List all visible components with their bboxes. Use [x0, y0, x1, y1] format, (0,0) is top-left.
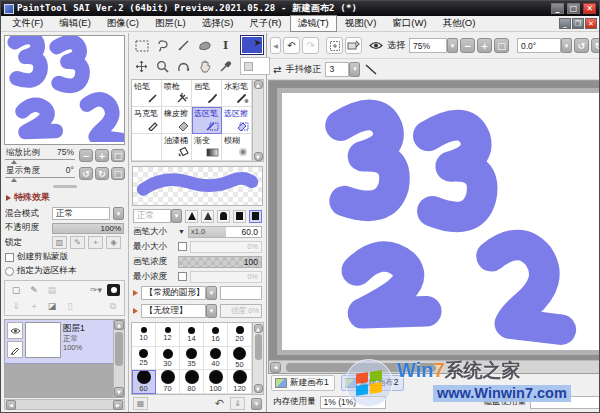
brush-edge-flat-icon[interactable]	[233, 210, 246, 223]
size-120[interactable]: 120	[228, 370, 252, 394]
min-density-field[interactable]: 0%	[190, 271, 262, 283]
rotate-view-tool-icon[interactable]	[173, 56, 194, 77]
zoom-in-button[interactable]: +	[95, 149, 109, 162]
new-layer-icon[interactable]: ▢	[9, 284, 23, 297]
min-density-checkbox[interactable]	[178, 272, 187, 281]
special-effects-header[interactable]: 特殊效果	[1, 190, 128, 206]
visibility-eye-icon[interactable]	[369, 41, 383, 50]
canvas-scroll-left-icon[interactable]: ◀	[270, 362, 281, 373]
size-10[interactable]: 10	[132, 323, 156, 347]
blend-mode-select[interactable]: 正常	[52, 207, 110, 220]
new-vector-layer-icon[interactable]: ✎	[27, 284, 41, 297]
navigator-preview[interactable]	[4, 35, 125, 145]
lock-fill-icon[interactable]: ◈	[106, 236, 121, 249]
clipping-mask-row[interactable]: 创建剪贴蒙版	[1, 250, 128, 264]
canvas-zoom-in-button[interactable]: +	[477, 38, 492, 53]
pen-mode-icon[interactable]: ✑▾	[89, 284, 103, 297]
opacity-slider[interactable]: 100%	[52, 223, 124, 234]
doc-minimize-button[interactable]: _	[559, 18, 571, 29]
lasso-tool-icon[interactable]	[152, 35, 173, 56]
size-scroll-up-icon[interactable]: ▲	[254, 324, 263, 333]
rect-select-tool-icon[interactable]	[131, 35, 152, 56]
tool-brush[interactable]: 画笔	[192, 80, 222, 107]
delete-layer-icon[interactable]: ▯	[63, 300, 77, 313]
size-80[interactable]: 80	[180, 370, 204, 394]
canvas-angle-select[interactable]: 0.0°	[517, 38, 561, 53]
scroll-down-icon[interactable]: ▼	[114, 387, 124, 397]
size-40[interactable]: 40	[204, 347, 228, 371]
tool-grid-scrollbar[interactable]: ▲ ▼	[253, 79, 264, 162]
rotate-ccw-button[interactable]: ↺	[79, 167, 93, 180]
layer-visibility-icon[interactable]	[7, 322, 23, 339]
lock-position-icon[interactable]: +	[88, 236, 103, 249]
tool-empty-slot[interactable]	[132, 134, 162, 161]
combine-layer-icon[interactable]: ＋	[27, 300, 41, 313]
tab-canvas2[interactable]: 新建画布2	[341, 375, 405, 391]
tool-blur[interactable]: 模糊	[222, 134, 252, 161]
eyedropper-tool-icon[interactable]	[215, 56, 236, 77]
min-size-checkbox[interactable]	[178, 242, 187, 251]
tool-selection-pen[interactable]: 选区笔	[192, 107, 222, 134]
canvas-angle-dropdown-icon[interactable]: ▼	[561, 38, 572, 53]
size-unit-dropdown-icon[interactable]: ▼	[178, 228, 185, 235]
menu-ruler[interactable]: 尺子(R)	[241, 15, 289, 32]
lock-pixels-icon[interactable]: ✎	[70, 236, 85, 249]
size-35[interactable]: 35	[180, 347, 204, 371]
zoom-reset-button[interactable]: □	[111, 149, 125, 162]
tool-airbrush[interactable]: 喷枪	[162, 80, 192, 107]
min-size-field[interactable]: 0%	[190, 241, 262, 253]
size-50[interactable]: 50	[228, 347, 252, 371]
size-12[interactable]: 12	[156, 323, 180, 347]
panel-collapse-icon[interactable]: ◀	[270, 37, 281, 54]
lock-alpha-icon[interactable]: ▨	[52, 236, 67, 249]
angle-slider-marker[interactable]	[11, 178, 17, 182]
tab-canvas1[interactable]: 新建画布1	[271, 375, 335, 391]
selection-sample-radio[interactable]	[5, 267, 14, 276]
shape-tool-icon[interactable]	[194, 35, 215, 56]
brush-shape-select[interactable]: 【常规的圆形】	[141, 286, 206, 300]
selection-sample-row[interactable]: 指定为选区样本	[1, 264, 128, 278]
text-tool-icon[interactable]: I	[215, 35, 236, 56]
tool-pencil[interactable]: 铅笔	[132, 80, 162, 107]
shape-expand-icon[interactable]	[133, 290, 138, 296]
texture-expand-icon[interactable]	[133, 308, 138, 314]
reset-brush-icon[interactable]: ↶	[215, 397, 224, 410]
stabilizer-dropdown-icon[interactable]: ▼	[349, 62, 360, 77]
redo-button[interactable]: ↷	[302, 37, 319, 54]
size-25[interactable]: 25	[132, 347, 156, 371]
size-scroll-down-icon[interactable]: ▼	[254, 384, 263, 393]
brush-edge-sharp-icon[interactable]	[185, 210, 198, 223]
layer-list-hscrollbar[interactable]: ◀ ▶	[4, 399, 125, 410]
brush-size-slider[interactable]: x1.0 60.0	[188, 226, 262, 238]
menu-view[interactable]: 视图(V)	[337, 15, 385, 32]
menu-others[interactable]: 其他(O)	[435, 15, 484, 32]
move-tool-icon[interactable]	[131, 56, 152, 77]
tool-eraser[interactable]: 橡皮擦	[162, 107, 192, 134]
size-30[interactable]: 30	[156, 347, 180, 371]
doc-close-button[interactable]: ✕	[585, 18, 597, 29]
canvas-page[interactable]	[277, 88, 600, 355]
panel-divider-handle[interactable]	[53, 185, 77, 188]
clear-layer-icon[interactable]: ◪	[45, 300, 59, 313]
size-scroll-thumb[interactable]	[255, 334, 262, 360]
color-mini-panel[interactable]	[240, 57, 270, 75]
rotate-cw-button[interactable]: ↻	[95, 167, 109, 180]
tool-scroll-up-icon[interactable]: ▲	[254, 80, 263, 89]
stabilizer-toggle-icon[interactable]: ⇄	[273, 64, 281, 75]
duplicate-layer-icon[interactable]: ⧉	[106, 300, 120, 313]
brush-edge-square-icon[interactable]	[249, 210, 262, 223]
zoom-percent-select[interactable]: 75%	[409, 38, 447, 53]
brush-mode-dropdown-icon[interactable]: ▼	[171, 209, 182, 223]
density-slider[interactable]: 100	[178, 256, 262, 268]
zoom-tool-icon[interactable]	[152, 56, 173, 77]
size-100[interactable]: 100	[204, 370, 228, 394]
size-70[interactable]: 70	[156, 370, 180, 394]
tool-gradient[interactable]: 渐变	[192, 134, 222, 161]
tool-bucket[interactable]: 油漆桶	[162, 134, 192, 161]
scroll-right-icon[interactable]: ▶	[113, 400, 123, 410]
canvas-viewport[interactable]: ▲ ▼ ◀ ▶	[268, 80, 600, 374]
zoom-out-button[interactable]: −	[79, 149, 93, 162]
canvas-zoom-out-button[interactable]: −	[460, 38, 475, 53]
close-button[interactable]: ✕	[583, 3, 596, 14]
blend-mode-dropdown-icon[interactable]: ▼	[113, 207, 124, 220]
